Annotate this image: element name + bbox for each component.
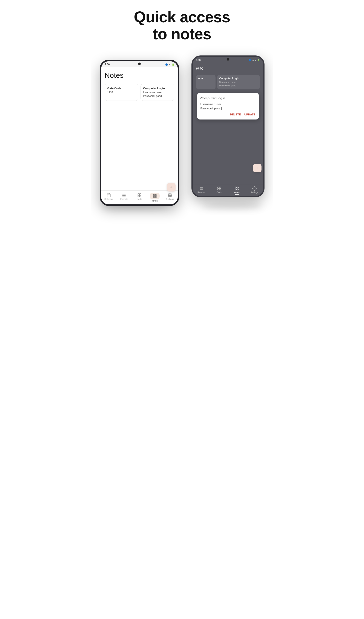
svg-rect-27 <box>153 197 154 198</box>
phone-front: 4:06 🔵 ▲ 🔋 Notes Gate Code 1234 Computer… <box>100 60 179 206</box>
back-notes-icon <box>234 186 239 191</box>
svg-rect-8 <box>235 187 236 188</box>
svg-rect-21 <box>138 194 139 195</box>
front-camera-notch <box>138 63 141 65</box>
svg-rect-24 <box>140 195 141 197</box>
hero-line1: Quick access <box>134 8 230 26</box>
svg-point-12 <box>254 188 255 189</box>
svg-rect-11 <box>237 189 238 190</box>
back-partial-note-card[interactable]: ode <box>196 75 215 89</box>
svg-rect-13 <box>107 194 111 197</box>
back-battery-icon: 🔋 <box>257 59 260 61</box>
front-nav-records[interactable]: Records <box>116 192 132 201</box>
back-nav-certs[interactable]: Certs <box>210 186 228 194</box>
back-settings-icon <box>252 186 257 191</box>
front-certs-icon <box>137 193 142 197</box>
back-bluetooth-icon: 🔵 <box>249 59 251 61</box>
front-battery-icon: 🔋 <box>172 63 174 66</box>
front-bluetooth-icon: 🔵 <box>165 63 168 66</box>
back-certs-icon <box>217 186 222 191</box>
svg-point-29 <box>169 195 170 196</box>
hero-line2: to notes <box>153 25 211 42</box>
phone-back: 4:06 🔵 ▲▲ 🔋 es ode Computer Login <box>191 56 265 197</box>
back-screen-content: es ode Computer Login Username : userPas… <box>193 62 263 184</box>
dialog-content[interactable]: Username : userPassword: pass <box>200 102 255 111</box>
update-button[interactable]: UPDATE <box>244 113 255 116</box>
back-full-note-content: Username : userPassword: padd <box>219 81 258 87</box>
svg-rect-26 <box>155 195 156 196</box>
back-full-note-title: Computer Login <box>219 77 258 80</box>
back-notes-row: ode Computer Login Username : userPasswo… <box>196 75 260 89</box>
front-notes-icon-bg <box>150 193 160 199</box>
delete-button[interactable]: DELETE <box>230 113 241 116</box>
svg-rect-4 <box>217 187 219 188</box>
svg-rect-5 <box>219 187 221 188</box>
front-status-time: 4:06 <box>105 63 110 66</box>
front-notes-page: Notes Gate Code 1234 Computer Login User… <box>101 67 178 190</box>
dialog-title: Computer Login <box>200 96 255 100</box>
front-status-icons: 🔵 ▲ 🔋 <box>165 63 174 66</box>
svg-rect-28 <box>155 197 156 198</box>
front-signal-icon: ▲ <box>169 63 171 66</box>
svg-rect-10 <box>235 189 236 190</box>
back-nav-notes[interactable]: Notes <box>228 186 246 195</box>
back-status-time: 4:06 <box>196 58 201 61</box>
front-notes-icon <box>152 194 157 198</box>
front-fab-button[interactable]: + <box>167 183 176 192</box>
svg-rect-23 <box>138 195 139 197</box>
svg-rect-25 <box>153 195 154 196</box>
back-fab-label: + <box>256 165 258 171</box>
dialog-actions: DELETE UPDATE <box>200 113 255 116</box>
svg-rect-7 <box>219 189 221 190</box>
back-bottom-nav: Records Certs <box>193 184 263 196</box>
svg-rect-6 <box>217 189 219 190</box>
front-nav-calendar[interactable]: Calendar <box>101 192 116 201</box>
back-notes-title: es <box>196 64 260 72</box>
front-computer-login-card[interactable]: Computer Login Username : userPassword: … <box>140 84 174 101</box>
front-settings-icon <box>168 193 172 197</box>
svg-rect-22 <box>140 194 141 195</box>
front-nav-certs[interactable]: Certs <box>132 192 147 201</box>
front-notes-underline <box>153 203 157 203</box>
phones-container: 4:06 🔵 ▲▲ 🔋 es ode Computer Login <box>95 56 269 206</box>
back-nav-records[interactable]: Records <box>193 186 210 194</box>
back-signal-icon: ▲▲ <box>252 59 256 61</box>
back-nav-settings[interactable]: Settings <box>246 186 263 194</box>
back-notes-underline <box>235 194 239 195</box>
front-phone-screen: 4:06 🔵 ▲ 🔋 Notes Gate Code 1234 Computer… <box>101 61 178 204</box>
back-computer-login-card[interactable]: Computer Login Username : userPassword: … <box>217 75 260 89</box>
back-phone-shadow <box>202 203 262 209</box>
hero-title: Quick access to notes <box>134 9 230 42</box>
front-nav-notes[interactable]: Notes <box>147 192 162 204</box>
front-notes-grid: Gate Code 1234 Computer Login Username :… <box>105 84 174 101</box>
back-phone-screen: 4:06 🔵 ▲▲ 🔋 es ode Computer Login <box>193 57 263 196</box>
back-fab-button[interactable]: + <box>253 164 262 172</box>
front-nav-settings[interactable]: Settings <box>162 192 178 201</box>
front-records-icon <box>122 193 126 197</box>
back-records-icon <box>199 186 204 191</box>
front-calendar-icon <box>106 193 111 197</box>
back-partial-note-title: ode <box>198 77 213 80</box>
front-gate-code-card[interactable]: Gate Code 1234 <box>105 84 138 101</box>
edit-dialog: Computer Login Username : userPassword: … <box>197 93 259 119</box>
back-status-icons: 🔵 ▲▲ 🔋 <box>249 59 260 61</box>
front-fab-label: + <box>170 184 173 190</box>
back-camera-notch <box>227 58 229 61</box>
front-notes-title: Notes <box>105 71 174 80</box>
front-bottom-nav: Calendar Records <box>101 190 178 204</box>
svg-rect-9 <box>237 187 238 188</box>
